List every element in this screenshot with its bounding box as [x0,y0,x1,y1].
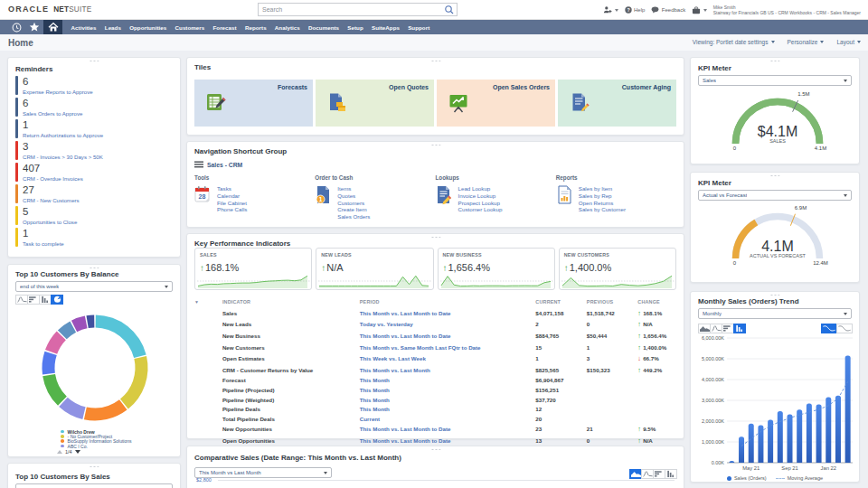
shortcut-link[interactable]: Customers [337,200,370,207]
bar[interactable] [826,398,831,463]
drag-handle-icon[interactable] [770,294,780,297]
nav-item-setup[interactable]: Setup [344,24,368,31]
nav-item-analytics[interactable]: Analytics [270,24,304,31]
kpi-card-new-leads[interactable]: NEW LEADS↑N/A [316,248,433,290]
shortcut-link[interactable]: Sales by Rep [579,192,626,200]
bar[interactable] [758,426,763,463]
kpi-meter-forecast-dropdown[interactable]: Actual vs Forecast [698,190,852,201]
reminder-label[interactable]: CRM - Overdue Invoices [23,175,83,182]
viewing-settings-menu[interactable]: Viewing: Portlet date settings [693,39,775,45]
user-info[interactable]: Mike Smith Stairway for Financials GB US… [713,5,861,16]
bar[interactable] [768,419,773,463]
trend-smooth-on-icon[interactable] [821,324,837,333]
drag-handle-icon[interactable] [90,60,99,63]
kpi-row[interactable]: New LeadsToday vs. Yesterday20↑ N/A [194,319,676,331]
trend-smooth-off-icon[interactable] [836,324,853,333]
kpi-row[interactable]: Total Pipeline DealsCurrent20 [194,414,676,424]
drag-handle-icon[interactable] [90,267,99,270]
balance-date-dropdown[interactable]: end of this week [15,281,173,292]
bar[interactable] [788,414,793,463]
reminder-item[interactable]: 5Opportunities to Close [15,206,173,225]
reminder-label[interactable]: Task to complete [23,240,64,247]
role-menu-button[interactable] [692,6,707,14]
shortcut-link[interactable]: Invoice Lookup [458,192,503,200]
search-icon[interactable] [444,5,455,15]
reminder-item[interactable]: 3CRM - Invoices > 30 Days > 50K [15,141,173,160]
kpi-period[interactable]: This Month [360,404,536,414]
kpi-row[interactable]: Open EstimatesThis Week vs. Last Week13↓… [194,352,676,364]
kpi-period[interactable]: This Month [360,385,536,395]
kpi-card-new-customers[interactable]: NEW CUSTOMERS↑1,400.0% [559,248,676,290]
monthly-sales-bar-chart[interactable]: 0.00K1,000.00K2,000.00K3,000.00K4,000.00… [698,333,854,471]
search-input[interactable] [259,6,444,13]
balance-chart-vbar-icon[interactable] [39,295,52,305]
kpi-row[interactable]: CRM - Customer Returns by ValueThis Mont… [194,364,676,376]
trend-chart-vbar-icon[interactable] [733,324,746,333]
trend-period-dropdown[interactable]: Monthly [698,308,852,319]
shortcut-link[interactable]: Open Returns [579,200,626,207]
shortcut-link[interactable]: Sales Orders [337,213,370,221]
bar[interactable] [739,436,744,463]
nav-item-activities[interactable]: Activities [67,24,100,31]
shortcut-link[interactable]: Prospect Lookup [458,200,503,207]
kpi-row[interactable]: Open OpportunitiesThis Month vs. Last Mo… [194,435,676,446]
help-button[interactable]: ? Help [625,6,646,14]
kpi-period[interactable]: This Month vs. Last Month to Date [360,330,536,342]
nav-item-customers[interactable]: Customers [171,24,209,31]
bar[interactable] [749,424,754,463]
pager-up-icon[interactable] [57,450,62,454]
kpi-card-sales[interactable]: SALES↑168.1% [194,248,312,290]
reminder-label[interactable]: CRM - New Customers [23,197,80,203]
shortcut-link[interactable]: Sales by Item [579,185,626,192]
nav-item-leads[interactable]: Leads [100,24,125,31]
trend-chart-line-icon[interactable] [710,324,722,333]
kpi-period[interactable]: This Month vs. Last Month to Date [360,424,536,436]
comparative-range-dropdown[interactable]: This Month vs Last Month [194,467,332,478]
nav-item-documents[interactable]: Documents [304,24,343,31]
donut-segment[interactable] [84,399,127,420]
global-search[interactable] [258,3,458,16]
balance-chart-line-icon[interactable] [15,295,28,305]
shortcut-link[interactable]: Items [337,185,370,192]
reminder-label[interactable]: Sales Orders to Approve [23,110,82,117]
balance-chart-donut-icon[interactable] [51,295,63,305]
kpi-row[interactable]: Pipeline (Projected)This Month$156,251 [194,385,676,395]
reminder-item[interactable]: 1Return Authorizations to Approve [15,119,173,138]
reminder-label[interactable]: CRM - Invoices > 30 Days > 50K [23,154,103,160]
donut-segment[interactable] [120,356,148,408]
kpi-row[interactable]: ForecastThis Month$6,904,867 [194,376,676,386]
shortcut-link[interactable]: Phone Calls [217,206,247,213]
recent-records-button[interactable] [7,20,25,34]
comparative-chart-hbar-icon[interactable] [653,469,665,479]
kpi-row[interactable]: New CustomersThis Month vs. Same Month L… [194,342,676,353]
shortcut-link[interactable]: Quotes [337,192,370,200]
kpi-period[interactable]: This Week vs. Last Week [360,352,536,364]
shortcut-link[interactable]: Lead Lookup [458,185,503,192]
kpi-period[interactable]: This Month vs. Last Month to Date [360,307,536,319]
tile-forecasts[interactable]: Forecasts [194,80,313,127]
kpi-period[interactable]: Current [360,414,536,424]
drag-handle-icon[interactable] [430,144,440,147]
drag-handle-icon[interactable] [770,174,780,178]
shortcut-link[interactable]: Calendar [217,192,247,200]
shortcut-link[interactable]: File Cabinet [217,200,247,207]
nav-item-forecast[interactable]: Forecast [209,24,241,31]
comparative-chart-vbar-icon[interactable] [665,469,677,479]
kpi-period[interactable]: This Month vs. Same Month Last FQtr to D… [360,342,536,353]
kpi-row[interactable]: SalesThis Month vs. Last Month to Date$4… [194,307,676,319]
forecast-gauge-chart[interactable]: 6.9M012.4M4.1MACTUAL VS FORECAST [698,201,854,266]
pager-down-icon[interactable] [75,450,80,454]
comparative-chart-area-icon[interactable] [629,469,642,479]
reminder-item[interactable]: 27CRM - New Customers [15,184,173,203]
top-sales-dropdown[interactable] [15,483,173,488]
drag-handle-icon[interactable] [430,236,440,239]
reminder-label[interactable]: Opportunities to Close [23,219,77,225]
nav-item-suiteapps[interactable]: SuiteApps [367,24,403,31]
donut-segment[interactable] [96,315,146,358]
bar[interactable] [778,411,783,463]
tile-customer-aging[interactable]: Customer Aging [558,80,676,127]
donut-segment[interactable] [42,352,57,375]
kpi-period[interactable]: Today vs. Yesterday [360,319,536,331]
kpi-row[interactable]: Pipeline (Weighted)This Month$37,720 [194,395,676,405]
kpi-meter-sales-dropdown[interactable]: Sales [698,75,852,86]
